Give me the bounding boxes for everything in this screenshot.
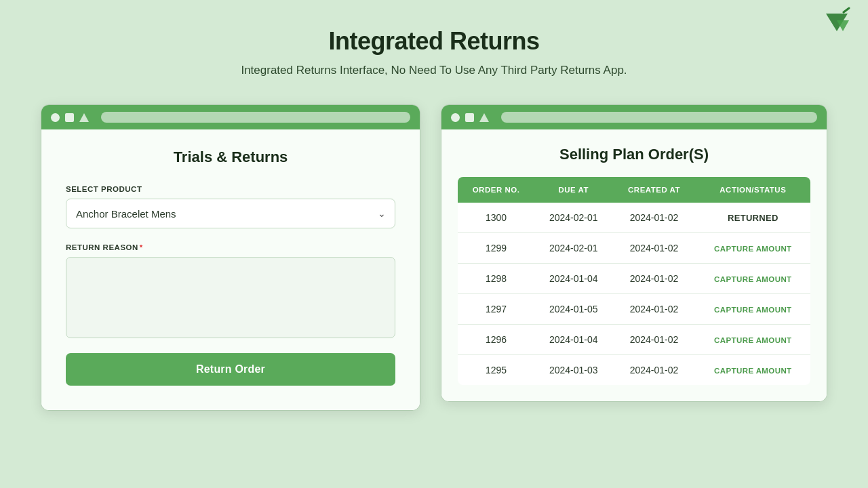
cell-due-at: 2024-01-03 — [534, 355, 612, 386]
left-panel: Trials & Returns SELECT PRODUCT Anchor B… — [41, 104, 420, 411]
right-panel-content: Selling Plan Order(S) ORDER NO. DUE AT C… — [441, 129, 827, 401]
status-returned-label: RETURNED — [728, 213, 778, 223]
required-indicator: * — [140, 243, 143, 251]
orders-table: ORDER NO. DUE AT CREATED AT ACTION/STATU… — [458, 177, 810, 385]
product-select-wrapper[interactable]: Anchor Bracelet Mens ⌄ — [66, 199, 395, 228]
cell-due-at: 2024-02-01 — [534, 233, 612, 264]
table-row: 13002024-02-012024-01-02RETURNED — [458, 203, 810, 233]
product-select[interactable]: Anchor Bracelet Mens — [66, 199, 395, 228]
cell-action[interactable]: CAPTURE AMOUNT — [696, 325, 810, 355]
cell-action[interactable]: CAPTURE AMOUNT — [696, 294, 810, 325]
orders-table-header: ORDER NO. DUE AT CREATED AT ACTION/STATU… — [458, 177, 810, 203]
return-order-button[interactable]: Return Order — [66, 353, 395, 386]
cell-order-no: 1300 — [458, 203, 534, 233]
capture-amount-link[interactable]: CAPTURE AMOUNT — [714, 306, 791, 314]
cell-created-at: 2024-01-02 — [612, 355, 695, 386]
right-browser-toolbar — [441, 105, 827, 129]
page-subtitle: Integrated Returns Interface, No Need To… — [241, 64, 627, 77]
select-product-section: SELECT PRODUCT Anchor Bracelet Mens ⌄ — [66, 185, 395, 228]
cell-order-no: 1295 — [458, 355, 534, 386]
cell-action: RETURNED — [696, 203, 810, 233]
col-order-no: ORDER NO. — [458, 177, 534, 203]
table-row: 12992024-02-012024-01-02CAPTURE AMOUNT — [458, 233, 810, 264]
logo — [819, 7, 854, 45]
orders-table-body: 13002024-02-012024-01-02RETURNED12992024… — [458, 203, 810, 385]
return-reason-label: RETURN REASON* — [66, 243, 395, 251]
capture-amount-link[interactable]: CAPTURE AMOUNT — [714, 367, 791, 375]
capture-amount-link[interactable]: CAPTURE AMOUNT — [714, 245, 791, 253]
svg-line-2 — [844, 8, 849, 12]
col-created-at: CREATED AT — [612, 177, 695, 203]
capture-amount-link[interactable]: CAPTURE AMOUNT — [714, 275, 791, 283]
page-title: Integrated Returns — [241, 27, 627, 56]
panels-row: Trials & Returns SELECT PRODUCT Anchor B… — [41, 104, 827, 411]
table-row: 12982024-01-042024-01-02CAPTURE AMOUNT — [458, 264, 810, 294]
table-row: 12952024-01-032024-01-02CAPTURE AMOUNT — [458, 355, 810, 386]
cell-due-at: 2024-01-04 — [534, 325, 612, 355]
cell-order-no: 1296 — [458, 325, 534, 355]
cell-action[interactable]: CAPTURE AMOUNT — [696, 355, 810, 386]
cell-action[interactable]: CAPTURE AMOUNT — [696, 233, 810, 264]
capture-amount-link[interactable]: CAPTURE AMOUNT — [714, 336, 791, 344]
cell-created-at: 2024-01-02 — [612, 294, 695, 325]
cell-order-no: 1299 — [458, 233, 534, 264]
left-panel-content: Trials & Returns SELECT PRODUCT Anchor B… — [41, 129, 420, 410]
cell-order-no: 1297 — [458, 294, 534, 325]
cell-due-at: 2024-01-05 — [534, 294, 612, 325]
select-product-label: SELECT PRODUCT — [66, 185, 395, 193]
col-action-status: ACTION/STATUS — [696, 177, 810, 203]
cell-created-at: 2024-01-02 — [612, 203, 695, 233]
cell-due-at: 2024-02-01 — [534, 203, 612, 233]
page-header: Integrated Returns Integrated Returns In… — [241, 27, 627, 77]
cell-created-at: 2024-01-02 — [612, 264, 695, 294]
toolbar-address-bar-r — [501, 112, 817, 123]
return-reason-textarea[interactable] — [66, 257, 395, 338]
toolbar-dot-triangle — [79, 113, 89, 122]
left-panel-title: Trials & Returns — [66, 148, 395, 166]
right-panel: Selling Plan Order(S) ORDER NO. DUE AT C… — [441, 104, 827, 402]
cell-created-at: 2024-01-02 — [612, 325, 695, 355]
toolbar-dot-circle — [51, 113, 60, 122]
right-panel-title: Selling Plan Order(S) — [458, 146, 810, 163]
return-reason-section: RETURN REASON* — [66, 243, 395, 338]
header-row: ORDER NO. DUE AT CREATED AT ACTION/STATU… — [458, 177, 810, 203]
cell-order-no: 1298 — [458, 264, 534, 294]
toolbar-dot-square-r — [465, 113, 474, 122]
table-row: 12972024-01-052024-01-02CAPTURE AMOUNT — [458, 294, 810, 325]
left-browser-toolbar — [41, 105, 420, 129]
col-due-at: DUE AT — [534, 177, 612, 203]
cell-created-at: 2024-01-02 — [612, 233, 695, 264]
toolbar-address-bar — [101, 112, 410, 123]
toolbar-dot-circle-r — [451, 113, 460, 122]
cell-action[interactable]: CAPTURE AMOUNT — [696, 264, 810, 294]
toolbar-dot-triangle-r — [479, 113, 489, 122]
table-row: 12962024-01-042024-01-02CAPTURE AMOUNT — [458, 325, 810, 355]
cell-due-at: 2024-01-04 — [534, 264, 612, 294]
toolbar-dot-square — [65, 113, 74, 122]
